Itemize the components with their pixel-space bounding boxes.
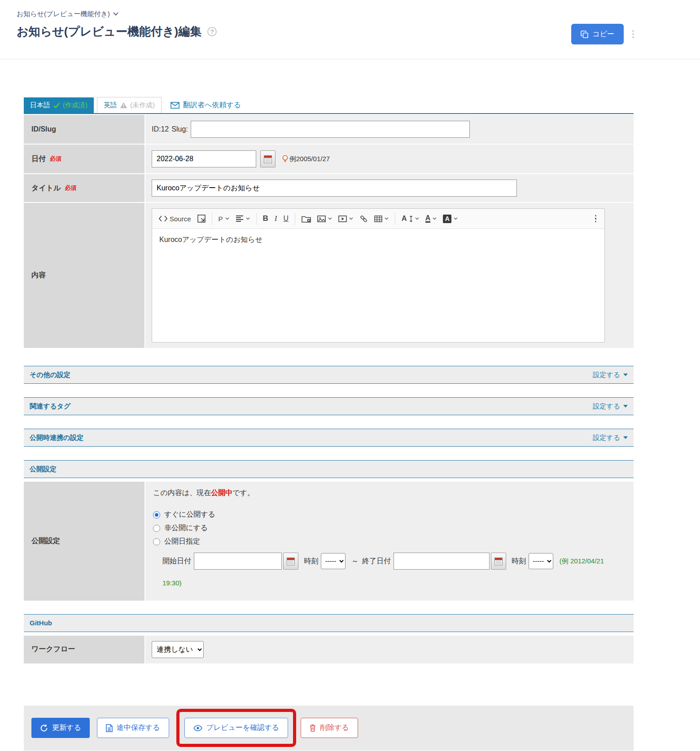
caret-down-icon bbox=[623, 436, 628, 439]
update-button-label: 更新する bbox=[52, 723, 81, 733]
calendar-icon bbox=[263, 154, 272, 163]
footer-action-bar: 更新する 途中保存する プレビューを確認する 削除する bbox=[24, 706, 634, 751]
delete-button-label: 削除する bbox=[320, 723, 349, 733]
chevron-down-icon bbox=[454, 217, 458, 220]
source-button[interactable]: Source bbox=[156, 212, 194, 226]
insert-media-button[interactable] bbox=[335, 212, 356, 225]
title-input[interactable] bbox=[152, 180, 517, 197]
tab-english-status: (未作成) bbox=[130, 101, 155, 110]
toolbar-separator bbox=[395, 213, 395, 225]
section-other-settings[interactable]: その他の設定 設定する bbox=[24, 366, 634, 384]
image-icon bbox=[317, 215, 326, 222]
date-calendar-button[interactable] bbox=[260, 150, 276, 167]
folder-add-icon bbox=[302, 215, 311, 223]
date-input[interactable] bbox=[152, 150, 256, 167]
chevron-down-icon bbox=[113, 10, 118, 15]
section-configure-link[interactable]: 設定する bbox=[593, 371, 628, 379]
delete-button[interactable]: 削除する bbox=[301, 718, 358, 738]
underline-button[interactable]: U bbox=[280, 211, 292, 226]
background-color-label: A bbox=[443, 215, 451, 223]
source-button-label: Source bbox=[170, 215, 191, 223]
row-publish-settings: 公開設定 この内容は、現在公開中です。 すぐに公開する 非公開にする 公開日指定… bbox=[24, 482, 634, 601]
radio-schedule[interactable]: 公開日指定 bbox=[153, 537, 626, 546]
date-label: 日付 必須 bbox=[24, 145, 144, 173]
preview-button[interactable]: プレビューを確認する bbox=[184, 718, 289, 738]
radio-publish-now[interactable]: すぐに公開する bbox=[153, 510, 626, 519]
copy-icon bbox=[581, 31, 588, 38]
row-date: 日付 必須 例2005/01/27 bbox=[24, 145, 634, 173]
start-time-label: 時刻 bbox=[304, 557, 318, 565]
lightbulb-icon bbox=[282, 155, 288, 163]
document-icon bbox=[106, 724, 113, 732]
radio-button[interactable] bbox=[153, 538, 160, 545]
schedule-example-line1: (例 2012/04/21 bbox=[560, 557, 604, 565]
italic-button[interactable]: I bbox=[271, 211, 280, 226]
chevron-down-icon bbox=[246, 217, 250, 220]
copy-button[interactable]: コピー bbox=[571, 24, 624, 44]
table-icon bbox=[374, 215, 382, 222]
font-size-button[interactable]: A bbox=[398, 211, 422, 226]
insert-image-button[interactable] bbox=[314, 212, 335, 225]
chevron-down-icon bbox=[349, 217, 353, 220]
start-date-input[interactable] bbox=[194, 553, 282, 570]
breadcrumb-label: お知らせ(プレビュー機能付き) bbox=[17, 10, 110, 18]
text-color-button[interactable]: A bbox=[422, 211, 440, 226]
section-configure-link[interactable]: 設定する bbox=[593, 434, 628, 442]
update-button[interactable]: 更新する bbox=[31, 718, 90, 738]
source-code-icon bbox=[159, 215, 167, 222]
section-publish-integration[interactable]: 公開時連携の設定 設定する bbox=[24, 429, 634, 447]
toolbar-separator bbox=[256, 213, 257, 225]
copy-button-label: コピー bbox=[592, 30, 614, 39]
more-menu-button[interactable] bbox=[630, 28, 636, 40]
save-draft-button-label: 途中保存する bbox=[117, 723, 160, 733]
row-content: 内容 Source bbox=[24, 203, 634, 348]
toolbar-more-button[interactable] bbox=[591, 212, 601, 225]
end-time-label: 時刻 bbox=[512, 557, 526, 565]
request-translator-link[interactable]: 翻訳者へ依頼する bbox=[171, 101, 241, 113]
font-size-label: A bbox=[402, 215, 407, 223]
radio-button-checked[interactable] bbox=[153, 511, 160, 518]
insert-link-button[interactable] bbox=[356, 211, 371, 226]
browse-server-button[interactable] bbox=[298, 212, 314, 226]
radio-button[interactable] bbox=[153, 525, 160, 532]
required-badge: 必須 bbox=[65, 184, 77, 192]
start-time-select[interactable]: ----- bbox=[321, 553, 346, 569]
publish-settings-label: 公開設定 bbox=[24, 482, 144, 601]
end-date-calendar-button[interactable] bbox=[491, 553, 506, 570]
request-translator-label: 翻訳者へ依頼する bbox=[183, 101, 241, 110]
workflow-select[interactable]: 連携しない bbox=[152, 641, 204, 658]
insert-table-button[interactable] bbox=[371, 212, 392, 225]
save-draft-button[interactable]: 途中保存する bbox=[97, 718, 169, 738]
section-related-tags[interactable]: 関連するタグ 設定する bbox=[24, 397, 634, 415]
section-configure-link[interactable]: 設定する bbox=[593, 402, 628, 411]
align-icon bbox=[236, 215, 244, 222]
section-github[interactable]: GitHub bbox=[24, 614, 634, 632]
mail-icon bbox=[171, 102, 179, 109]
caret-down-icon bbox=[623, 405, 628, 408]
end-date-label: 終了日付 bbox=[362, 557, 391, 565]
tab-japanese[interactable]: 日本語 (作成済) bbox=[24, 97, 94, 113]
slug-input[interactable] bbox=[191, 121, 470, 138]
bold-button[interactable]: B bbox=[260, 211, 271, 226]
italic-label: I bbox=[275, 214, 277, 223]
start-date-calendar-button[interactable] bbox=[283, 553, 298, 570]
radio-unpublish[interactable]: 非公開にする bbox=[153, 523, 626, 533]
paragraph-format-button[interactable]: P bbox=[215, 212, 232, 226]
bold-label: B bbox=[263, 214, 268, 223]
end-time-select[interactable]: ----- bbox=[529, 553, 553, 569]
breadcrumb[interactable]: お知らせ(プレビュー機能付き) bbox=[17, 10, 118, 18]
tab-english[interactable]: 英語 (未作成) bbox=[97, 97, 162, 113]
text-align-button[interactable] bbox=[232, 212, 253, 225]
configure-label: 設定する bbox=[593, 434, 620, 442]
section-publish-settings[interactable]: 公開設定 bbox=[24, 460, 634, 478]
text-color-label: A bbox=[425, 215, 431, 223]
end-date-input[interactable] bbox=[394, 553, 490, 570]
background-color-button[interactable]: A bbox=[440, 211, 461, 226]
help-icon[interactable]: ? bbox=[207, 27, 217, 36]
editor-body[interactable]: Kurocoアップデートのお知らせ bbox=[152, 229, 604, 342]
caret-down-icon bbox=[623, 373, 628, 376]
maximize-button[interactable] bbox=[194, 211, 209, 226]
section-title: 関連するタグ bbox=[30, 402, 70, 411]
richtext-editor: Source P bbox=[152, 208, 605, 343]
calendar-icon bbox=[286, 557, 295, 566]
